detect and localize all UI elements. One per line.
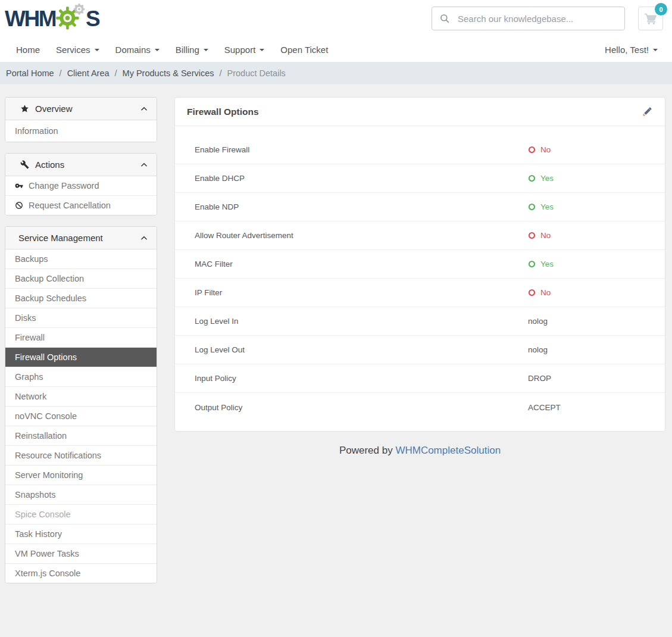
- user-menu[interactable]: Hello, Test!: [605, 45, 658, 55]
- search-icon: [439, 13, 450, 24]
- circle-status-icon: [528, 203, 536, 211]
- row-value-text: nolog: [528, 317, 548, 326]
- nav-billing[interactable]: Billing: [176, 45, 208, 55]
- panel-overview: Overview Information: [5, 97, 157, 142]
- sidebar-item-label: Snapshots: [15, 490, 56, 499]
- row-value: No: [528, 231, 551, 240]
- search-input[interactable]: [457, 13, 617, 24]
- breadcrumb-client-area[interactable]: Client Area: [67, 68, 110, 78]
- logo-text-whm: WHM: [5, 8, 55, 30]
- sidebar: Overview Information Actions Change Pass…: [5, 97, 157, 594]
- panel-actions: Actions Change Password Request Cancella…: [5, 153, 157, 216]
- row-value: No: [528, 145, 551, 154]
- row-value-text: Yes: [540, 174, 554, 183]
- sidebar-item-spice-console[interactable]: Spice Console: [5, 504, 157, 524]
- caret-down-icon: [95, 49, 99, 51]
- row-value: Yes: [528, 202, 554, 211]
- nav-billing-label: Billing: [176, 45, 199, 55]
- sidebar-item-graphs[interactable]: Graphs: [5, 367, 157, 386]
- nav-open-ticket[interactable]: Open Ticket: [280, 45, 328, 55]
- sidebar-item-backups[interactable]: Backups: [5, 249, 157, 268]
- sidebar-item-firewall[interactable]: Firewall: [5, 327, 157, 347]
- powered-by-footer: Powered by WHMCompleteSolution: [174, 445, 665, 457]
- sidebar-item-label: Server Monitoring: [15, 470, 83, 480]
- sidebar-item-novnc-console[interactable]: noVNC Console: [5, 406, 157, 426]
- sidebar-item-vm-power-tasks[interactable]: VM Power Tasks: [5, 544, 157, 563]
- gear-icon: [54, 3, 87, 32]
- nav-services[interactable]: Services: [56, 45, 99, 55]
- panel-service-management-header[interactable]: Service Management: [5, 227, 157, 249]
- breadcrumb-portal-home[interactable]: Portal Home: [6, 68, 54, 78]
- caret-down-icon: [260, 49, 264, 51]
- sidebar-item-snapshots[interactable]: Snapshots: [5, 485, 157, 504]
- edit-button[interactable]: [642, 106, 653, 117]
- sidebar-item-resource-notifications[interactable]: Resource Notifications: [5, 445, 157, 465]
- chevron-up-icon: [140, 234, 148, 242]
- sidebar-item-firewall-options[interactable]: Firewall Options: [5, 347, 157, 367]
- sidebar-item-change-password[interactable]: Change Password: [5, 176, 157, 195]
- row-label: Allow Router Advertisement: [195, 231, 528, 240]
- firewall-options-card: Firewall Options Enable Firewall No Enab…: [174, 97, 665, 432]
- row-value: DROP: [528, 374, 551, 383]
- sidebar-item-server-monitoring[interactable]: Server Monitoring: [5, 465, 157, 485]
- circle-status-icon: [528, 174, 536, 182]
- breadcrumb-my-products[interactable]: My Products & Services: [123, 68, 214, 78]
- sidebar-item-label: Spice Console: [15, 510, 71, 519]
- panel-service-management: Service Management Backups Backup Collec…: [5, 226, 157, 583]
- table-row: Input Policy DROP: [175, 364, 665, 393]
- header-top-row: WHM: [0, 0, 672, 37]
- sidebar-item-label: Graphs: [15, 372, 43, 382]
- row-label: Input Policy: [195, 374, 528, 383]
- nav-services-label: Services: [56, 45, 90, 55]
- sidebar-item-label: Disks: [15, 313, 36, 323]
- sidebar-item-xtermjs-console[interactable]: Xterm.js Console: [5, 563, 157, 583]
- circle-status-icon: [528, 289, 536, 296]
- sidebar-item-label: Firewall Options: [15, 352, 77, 362]
- card-header: Firewall Options: [175, 98, 665, 126]
- logo-text-s: S: [86, 8, 99, 30]
- panel-overview-title: Overview: [35, 104, 73, 114]
- sidebar-item-task-history[interactable]: Task History: [5, 524, 157, 544]
- whmcompletesolution-link[interactable]: WHMCompleteSolution: [395, 445, 501, 456]
- sidebar-item-request-cancellation[interactable]: Request Cancellation: [5, 195, 157, 215]
- nav-home[interactable]: Home: [16, 45, 40, 55]
- caret-down-icon: [653, 49, 658, 51]
- sidebar-item-network[interactable]: Network: [5, 386, 157, 406]
- ban-icon: [15, 201, 23, 210]
- caret-down-icon: [204, 49, 208, 51]
- sidebar-item-label: Reinstallation: [15, 431, 67, 441]
- cart-button[interactable]: 0: [638, 7, 663, 30]
- firewall-options-list: Enable Firewall No Enable DHCP Yes Enabl…: [175, 126, 665, 431]
- whmcs-logo[interactable]: WHM: [5, 3, 99, 35]
- circle-status-icon: [528, 260, 536, 268]
- sidebar-item-label: Request Cancellation: [29, 201, 111, 210]
- panel-overview-header[interactable]: Overview: [5, 98, 157, 120]
- row-value-text: ACCEPT: [528, 403, 561, 412]
- nav-home-label: Home: [16, 45, 40, 55]
- content: Overview Information Actions Change Pass…: [0, 84, 672, 618]
- nav-support[interactable]: Support: [224, 45, 265, 55]
- nav-domains[interactable]: Domains: [115, 45, 160, 55]
- nav-domains-label: Domains: [115, 45, 151, 55]
- panel-actions-header[interactable]: Actions: [5, 154, 157, 176]
- nav-left: Home Services Domains Billing Support Op…: [16, 45, 344, 55]
- sidebar-item-backup-collection[interactable]: Backup Collection: [5, 268, 157, 288]
- circle-status-icon: [528, 146, 536, 154]
- row-label: Enable NDP: [195, 202, 528, 211]
- table-row: Allow Router Advertisement No: [175, 221, 665, 250]
- cart-badge: 0: [655, 3, 667, 15]
- sidebar-item-disks[interactable]: Disks: [5, 308, 157, 327]
- circle-status-icon: [528, 232, 536, 239]
- breadcrumb: Portal Home / Client Area / My Products …: [0, 62, 672, 84]
- header-actions: 0: [432, 7, 663, 30]
- sidebar-item-information[interactable]: Information: [5, 120, 157, 142]
- sidebar-item-reinstallation[interactable]: Reinstallation: [5, 426, 157, 445]
- caret-down-icon: [155, 49, 160, 51]
- table-row: MAC Filter Yes: [175, 250, 665, 279]
- main-area: Firewall Options Enable Firewall No Enab…: [174, 97, 665, 457]
- sidebar-item-label: noVNC Console: [15, 411, 77, 421]
- row-label: Output Policy: [195, 403, 528, 412]
- sidebar-item-label: Backup Schedules: [15, 293, 86, 303]
- row-value: Yes: [528, 174, 554, 183]
- sidebar-item-backup-schedules[interactable]: Backup Schedules: [5, 288, 157, 308]
